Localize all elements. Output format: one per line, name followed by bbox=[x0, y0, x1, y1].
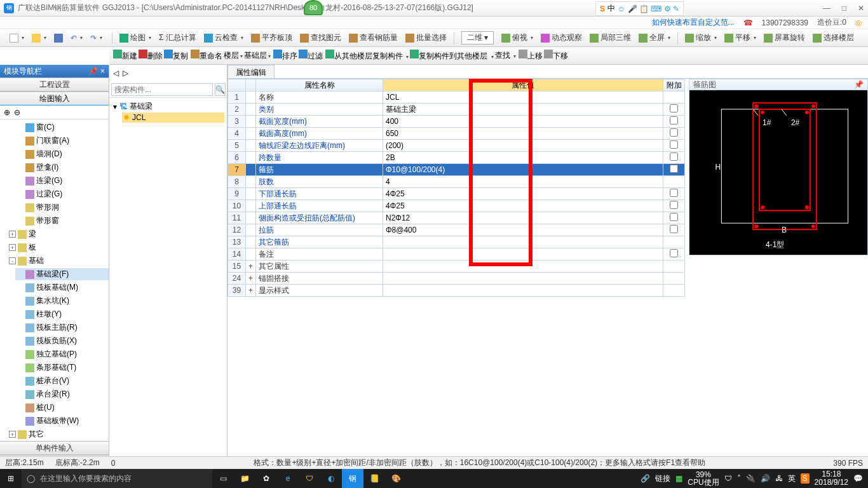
stb-复制[interactable]: 复制 bbox=[164, 50, 188, 62]
tray-link-icon[interactable]: 🔗 bbox=[641, 474, 650, 483]
stb-删除[interactable]: 删除 bbox=[139, 50, 163, 62]
tray-dash[interactable]: ▦ bbox=[675, 474, 682, 483]
search-button[interactable]: 🔍 bbox=[215, 83, 226, 96]
tb-选择楼层[interactable]: 选择楼层 bbox=[810, 31, 857, 44]
property-grid[interactable]: 属性名称 属性值 附加 1名称JCL2类别基础主梁3截面宽度(mm)4004截面… bbox=[227, 79, 685, 297]
chk-11[interactable] bbox=[670, 213, 678, 221]
tree-桩(U)[interactable]: 桩(U) bbox=[15, 402, 109, 414]
tree-承台梁(R)[interactable]: 承台梁(R) bbox=[15, 388, 109, 400]
tree-门联窗(A)[interactable]: 门联窗(A) bbox=[15, 135, 109, 147]
tb-平齐板顶[interactable]: 平齐板顶 bbox=[248, 31, 295, 44]
stb-新建[interactable]: 新建 bbox=[113, 50, 137, 62]
close-button[interactable]: ✕ bbox=[858, 4, 864, 13]
tree-基础[interactable]: -基础 bbox=[8, 255, 109, 267]
tree-基础梁(F)[interactable]: 基础梁(F) bbox=[15, 268, 109, 280]
tray-sogou-icon[interactable]: S bbox=[801, 473, 810, 484]
tree-过梁(G)[interactable]: 过梁(G) bbox=[15, 188, 109, 200]
tree-集水坑(K)[interactable]: 集水坑(K) bbox=[15, 295, 109, 307]
start-button[interactable]: ⊞ bbox=[0, 469, 22, 488]
stb-从其他楼层复制构件[interactable]: 从其他楼层复制构件 ▾ bbox=[325, 50, 409, 62]
tb-缩放[interactable]: 缩放▾ bbox=[682, 31, 720, 44]
chk-7[interactable] bbox=[670, 165, 678, 173]
chk-5[interactable] bbox=[670, 140, 678, 149]
member-root[interactable]: ▾🏗基础梁 bbox=[112, 100, 224, 112]
stb-查找[interactable]: 查找 ▾ bbox=[495, 50, 516, 61]
collapse-all-icon[interactable]: ⊖ bbox=[14, 108, 20, 117]
stb-基础层[interactable]: 基础层▾ bbox=[244, 50, 271, 61]
tray-shield-icon[interactable]: 🛡 bbox=[724, 474, 732, 483]
tray-ime[interactable]: 英 bbox=[788, 473, 796, 484]
chk-12[interactable] bbox=[670, 225, 678, 233]
prop-row-4[interactable]: 4截面高度(mm)650 bbox=[228, 128, 685, 140]
tab-property-edit[interactable]: 属性编辑 bbox=[227, 65, 275, 78]
tb-全屏[interactable]: 全屏▾ bbox=[635, 31, 674, 44]
app-edge[interactable]: e bbox=[277, 469, 299, 488]
app-sec[interactable]: 🛡 bbox=[299, 469, 320, 488]
tb-查看钢筋量[interactable]: 查看钢筋量 bbox=[346, 31, 401, 44]
search-input[interactable] bbox=[111, 83, 213, 96]
tree-带形窗[interactable]: 带形窗 bbox=[15, 215, 109, 227]
tray-clock[interactable]: 15:182018/9/12 bbox=[815, 470, 848, 487]
app-note[interactable]: 📒 bbox=[363, 469, 385, 488]
tb-平移[interactable]: 平移▾ bbox=[721, 31, 759, 44]
tree-梁[interactable]: +梁 bbox=[8, 228, 109, 240]
prop-row-15[interactable]: 15+其它属性 bbox=[228, 261, 685, 273]
mid-fwd-icon[interactable]: ▷ bbox=[123, 69, 128, 78]
prop-row-8[interactable]: 8肢数4 bbox=[228, 176, 685, 188]
prop-row-7[interactable]: 7箍筋Φ10@100/200(4) bbox=[228, 164, 685, 176]
tb-局部三维[interactable]: 局部三维 bbox=[587, 31, 634, 44]
prop-row-5[interactable]: 5轴线距梁左边线距离(mm)(200) bbox=[228, 140, 685, 152]
prop-row-3[interactable]: 3截面宽度(mm)400 bbox=[228, 116, 685, 128]
stb-重命名[interactable]: 重命名 bbox=[191, 50, 222, 62]
section-project-settings[interactable]: 工程设置 bbox=[0, 78, 109, 92]
maximize-button[interactable]: □ bbox=[842, 4, 846, 13]
prop-row-11[interactable]: 11侧面构造或受扭筋(总配筋值)N2Φ12 bbox=[228, 212, 685, 224]
stb-排序[interactable]: 排序 bbox=[273, 50, 297, 62]
nav-close-icon[interactable]: × bbox=[100, 67, 105, 76]
tree-带形洞[interactable]: 带形洞 bbox=[15, 201, 109, 214]
undo-button[interactable]: ↶▾ bbox=[67, 32, 86, 44]
prop-row-10[interactable]: 10上部通长筋4Φ25 bbox=[228, 200, 685, 212]
prop-row-9[interactable]: 9下部通长筋4Φ25 bbox=[228, 188, 685, 200]
prop-row-14[interactable]: 14备注 bbox=[228, 248, 685, 261]
tree-条形基础(T)[interactable]: 条形基础(T) bbox=[15, 362, 109, 374]
stb-过滤[interactable]: 过滤 bbox=[299, 50, 323, 62]
section-draw-input[interactable]: 绘图输入 bbox=[0, 92, 109, 105]
chk-2[interactable] bbox=[670, 104, 678, 112]
prop-row-6[interactable]: 6跨数量2B bbox=[228, 152, 685, 164]
chk-10[interactable] bbox=[670, 201, 678, 209]
tb-动态观察[interactable]: 动态观察 bbox=[538, 31, 585, 44]
tray-power-icon[interactable]: 🔌 bbox=[746, 474, 756, 483]
stb-上移[interactable]: 上移 bbox=[519, 50, 543, 62]
prop-row-12[interactable]: 12拉筋Φ8@400 bbox=[228, 224, 685, 236]
component-tree[interactable]: 窗(C)门联窗(A)墙洞(D)壁龛(I)连梁(G)过梁(G)带形洞带形窗+梁+板… bbox=[0, 119, 109, 441]
preview-pin-icon[interactable]: 📌 bbox=[854, 80, 864, 89]
tb-屏幕旋转[interactable]: 屏幕旋转 bbox=[761, 31, 808, 44]
minimize-button[interactable]: — bbox=[823, 4, 831, 13]
tb-云检查[interactable]: 云检查▾ bbox=[201, 31, 247, 44]
expand-all-icon[interactable]: ⊕ bbox=[4, 108, 10, 117]
taskview-button[interactable]: ▭ bbox=[212, 469, 234, 488]
prop-row-39[interactable]: 39+显示样式 bbox=[228, 285, 685, 297]
tree-连梁(G)[interactable]: 连梁(G) bbox=[15, 175, 109, 187]
stb-复制构件到其他楼层[interactable]: 复制构件到其他楼层 ▾ bbox=[410, 50, 493, 62]
app-paint[interactable]: 🎨 bbox=[385, 469, 407, 488]
tb-俯视[interactable]: 俯视▾ bbox=[498, 31, 536, 44]
quick-link[interactable]: 如何快速布置自定义范... bbox=[652, 17, 735, 28]
credit-icon[interactable]: ◎ bbox=[855, 18, 862, 27]
chk-9[interactable] bbox=[670, 189, 678, 197]
open-file-button[interactable]: ▾ bbox=[29, 32, 50, 44]
app-folder[interactable]: 📁 bbox=[234, 469, 255, 488]
chk-4[interactable] bbox=[670, 128, 678, 137]
tree-板[interactable]: +板 bbox=[8, 241, 109, 254]
tree-桩承台(V)[interactable]: 桩承台(V) bbox=[15, 375, 109, 387]
tree-窗(C)[interactable]: 窗(C) bbox=[15, 121, 109, 133]
tree-基础板带(W)[interactable]: 基础板带(W) bbox=[15, 415, 109, 427]
taskbar-search[interactable]: ◯ 在这里输入你要搜索的内容 bbox=[22, 469, 212, 488]
tb-查找图元[interactable]: 查找图元 bbox=[297, 31, 344, 44]
prop-row-13[interactable]: 13其它箍筋 bbox=[228, 236, 685, 248]
prop-row-1[interactable]: 1名称JCL bbox=[228, 92, 685, 104]
section-single-input[interactable]: 单构件输入 bbox=[0, 441, 109, 455]
new-file-button[interactable]: ▾ bbox=[6, 32, 27, 44]
tray-vol-icon[interactable]: 🔊 bbox=[761, 474, 770, 483]
